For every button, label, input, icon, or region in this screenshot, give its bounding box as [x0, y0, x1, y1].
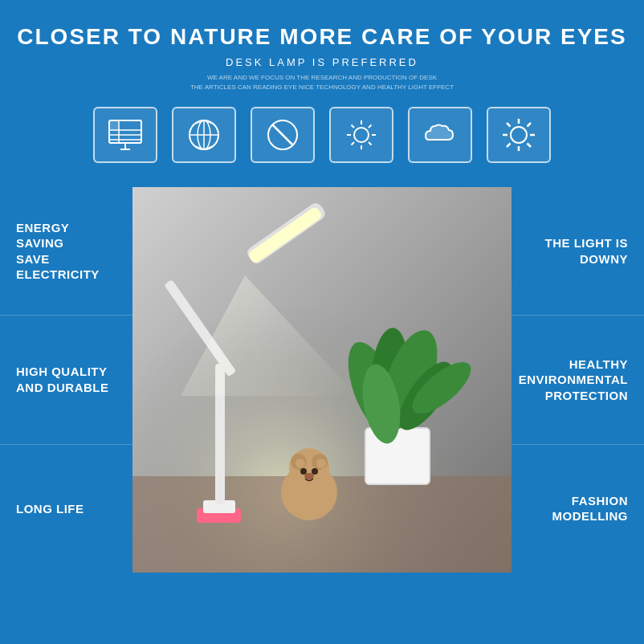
feature-energy-saving: ENERGY SAVINGSAVE ELECTRICITY — [0, 187, 132, 315]
feature-fashion: FASHIONMODELLING — [512, 444, 644, 573]
description-text: WE ARE AND WE FOCUS ON THE RESEARCH AND … — [121, 73, 523, 92]
icons-row — [16, 107, 628, 163]
bottom-section: ENERGY SAVINGSAVE ELECTRICITY HIGH QUALI… — [0, 187, 644, 573]
grid-circle-icon-box — [172, 107, 236, 163]
svg-point-58 — [316, 459, 326, 468]
crossed-circle-icon-box — [251, 107, 315, 163]
feature-label-quality: HIGH QUALITYAND DURABLE — [16, 364, 109, 395]
sun-icon — [499, 116, 538, 154]
svg-line-34 — [528, 123, 532, 127]
center-image — [132, 187, 512, 573]
svg-line-32 — [507, 123, 511, 127]
svg-line-26 — [352, 142, 355, 145]
feature-label-healthy: HEALTHYENVIRONMENTALPROTECTION — [519, 357, 628, 404]
top-section: CLOSER TO NATURE MORE CARE OF YOUR EYES … — [0, 0, 644, 187]
sub-title: DESK LAMP IS PREFERRED — [16, 56, 628, 68]
feature-label-longlife: LONG LIFE — [16, 501, 84, 517]
feature-high-quality: HIGH QUALITYAND DURABLE — [0, 315, 132, 443]
feature-long-life: LONG LIFE — [0, 444, 132, 573]
svg-line-25 — [369, 125, 372, 128]
grid-circle-icon — [185, 116, 223, 154]
svg-point-27 — [511, 127, 527, 143]
svg-point-60 — [312, 468, 318, 475]
lamp-scene-svg — [132, 187, 512, 573]
svg-line-24 — [369, 142, 372, 145]
monitor-icon-box — [93, 107, 157, 163]
page-wrapper: CLOSER TO NATURE MORE CARE OF YOUR EYES … — [0, 0, 644, 573]
monitor-icon — [106, 116, 145, 154]
cloud-icon-box — [408, 107, 472, 163]
feature-label-downy: THE LIGHT ISDOWNY — [545, 235, 629, 267]
svg-line-35 — [507, 144, 511, 148]
svg-rect-5 — [109, 120, 119, 130]
svg-line-33 — [528, 144, 532, 148]
feature-healthy: HEALTHYENVIRONMENTALPROTECTION — [512, 315, 644, 443]
svg-rect-46 — [365, 428, 430, 484]
svg-point-57 — [296, 459, 305, 468]
svg-point-59 — [300, 468, 307, 475]
brightness-icon — [342, 116, 381, 154]
feature-label-energy: ENERGY SAVINGSAVE ELECTRICITY — [16, 220, 120, 283]
right-panel: THE LIGHT ISDOWNY HEALTHYENVIRONMENTALPR… — [512, 187, 644, 573]
feature-light-downy: THE LIGHT ISDOWNY — [512, 187, 644, 315]
cloud-icon — [421, 116, 459, 154]
sun-icon-box — [487, 107, 551, 163]
svg-point-18 — [354, 128, 369, 142]
svg-line-23 — [352, 125, 355, 128]
main-title: CLOSER TO NATURE MORE CARE OF YOUR EYES — [16, 24, 628, 50]
left-panel: ENERGY SAVINGSAVE ELECTRICITY HIGH QUALI… — [0, 187, 132, 573]
brightness-icon-box — [329, 107, 393, 163]
svg-line-17 — [272, 124, 293, 145]
feature-label-fashion: FASHIONMODELLING — [552, 493, 629, 524]
crossed-circle-icon — [263, 116, 302, 154]
